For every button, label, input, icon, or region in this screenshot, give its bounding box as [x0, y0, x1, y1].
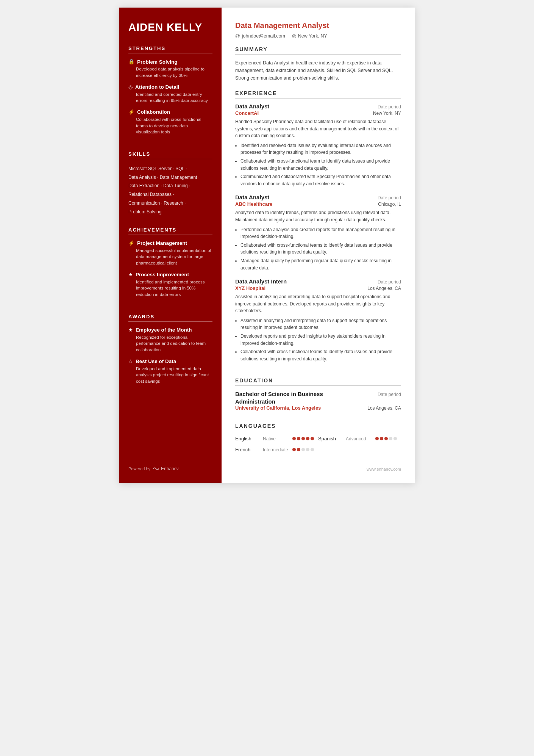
experience-entry: Data Analyst Intern Date period XYZ Hosp…: [235, 278, 401, 362]
strength-header: ⚡ Collaboration: [128, 109, 212, 115]
location-contact: ◎ New York, NY: [292, 33, 327, 39]
achievement-item: ★ Process Improvement Identified and imp…: [128, 272, 212, 298]
exp-desc: Assisted in analyzing and interpreting d…: [235, 293, 401, 315]
candidate-name: AIDEN KELLY: [128, 21, 212, 33]
language-item: Spanish Advanced: [318, 436, 401, 441]
languages-section: LANGUAGES English Native Spanis: [235, 423, 401, 455]
achievements-section: ACHIEVEMENTS ⚡ Project Management Manage…: [128, 227, 212, 303]
award-item: ★ Employee of the Month Recognized for e…: [128, 327, 212, 353]
dot: [301, 448, 305, 451]
dot: [380, 437, 383, 440]
language-name: French: [235, 447, 260, 452]
exp-company: XYZ Hospital: [235, 285, 265, 291]
language-dots: [375, 437, 397, 440]
dot: [389, 437, 392, 440]
skill-item: Data Analysis · Data Management ·: [128, 173, 212, 182]
education-entry: Bachelor of Science in Business Administ…: [235, 390, 401, 411]
strength-item: 🔒 Problem Solving Developed data analysi…: [128, 59, 212, 78]
experience-title: EXPERIENCE: [235, 90, 401, 99]
skills-section: SKILLS Microsoft SQL Server · SQL · Data…: [128, 151, 212, 216]
award-desc: Recognized for exceptional performance a…: [128, 334, 212, 353]
lock-icon: 🔒: [128, 59, 134, 65]
exp-company-row: XYZ Hospital Los Angeles, CA: [235, 285, 401, 291]
strength-item: ◎ Attention to Detail Identified and cor…: [128, 84, 212, 104]
footer-url: www.enhancv.com: [367, 467, 401, 471]
bullet-item: Developed reports and provided insights …: [240, 333, 401, 347]
award-header: ☆ Best Use of Data: [128, 358, 212, 365]
strengths-section: STRENGTHS 🔒 Problem Solving Developed da…: [128, 45, 212, 141]
bullet-item: Collaborated with cross-functional team …: [240, 158, 401, 172]
exp-bullets: Assisted in analyzing and interpreting d…: [235, 317, 401, 363]
bullet-item: Identified and resolved data issues by e…: [240, 142, 401, 156]
exp-company-row: ABC Healthcare Chicago, IL: [235, 201, 401, 207]
achievement-item: ⚡ Project Management Managed successful …: [128, 240, 212, 266]
edu-school-row: University of California, Los Angeles Lo…: [235, 405, 401, 411]
main-footer: www.enhancv.com: [235, 463, 401, 471]
strength-header: 🔒 Problem Solving: [128, 59, 212, 65]
exp-top-row: Data Analyst Date period: [235, 103, 401, 110]
achievement-title: Process Improvement: [136, 272, 189, 277]
language-item: French Intermediate: [235, 447, 318, 452]
strength-header: ◎ Attention to Detail: [128, 84, 212, 90]
strength-title: Collaboration: [137, 109, 170, 115]
exp-job-title: Data Analyst: [235, 194, 269, 200]
languages-title: LANGUAGES: [235, 423, 401, 431]
dot: [311, 437, 314, 440]
language-name: Spanish: [318, 436, 343, 441]
exp-company-row: ConcertAI New York, NY: [235, 110, 401, 116]
dot: [306, 437, 309, 440]
bolt-icon: ⚡: [128, 109, 134, 115]
enhancv-logo: Enhancv: [153, 466, 179, 471]
education-title: EDUCATION: [235, 377, 401, 386]
dot: [311, 448, 314, 451]
exp-company: ConcertAI: [235, 110, 259, 116]
languages-list: English Native Spanish Advanced: [235, 436, 401, 455]
skills-list: Microsoft SQL Server · SQL · Data Analys…: [128, 164, 212, 216]
edu-school: University of California, Los Angeles: [235, 405, 321, 411]
strength-item: ⚡ Collaboration Collaborated with cross-…: [128, 109, 212, 135]
skill-item: Microsoft SQL Server · SQL ·: [128, 164, 212, 173]
star-icon: ★: [128, 272, 133, 278]
sidebar-footer: Powered by Enhancv: [128, 459, 212, 471]
bullet-item: Assisted in analyzing and interpreting d…: [240, 317, 401, 331]
award-header: ★ Employee of the Month: [128, 327, 212, 333]
strengths-title: STRENGTHS: [128, 45, 212, 53]
edu-location: Los Angeles, CA: [367, 405, 401, 411]
experience-entry: Data Analyst Date period ConcertAI New Y…: [235, 103, 401, 187]
filled-star-icon: ★: [128, 327, 133, 333]
resume: AIDEN KELLY STRENGTHS 🔒 Problem Solving …: [119, 8, 415, 483]
exp-date: Date period: [378, 195, 401, 200]
dot: [297, 448, 300, 451]
exp-bullets: Identified and resolved data issues by e…: [235, 142, 401, 188]
dot: [297, 437, 300, 440]
email-contact: @ johndoe@email.com: [235, 33, 285, 39]
skill-item: Relational Databases ·: [128, 190, 212, 199]
exp-location: Los Angeles, CA: [367, 286, 401, 291]
language-level: Native: [263, 436, 289, 441]
bullet-item: Communicated and collaborated with Speci…: [240, 173, 401, 187]
language-name: English: [235, 436, 260, 441]
bullet-item: Collaborated with cross-functional teams…: [240, 242, 401, 256]
language-level: Intermediate: [263, 447, 289, 452]
exp-location: Chicago, IL: [378, 202, 401, 207]
experience-section: EXPERIENCE Data Analyst Date period Conc…: [235, 90, 401, 369]
email-icon: @: [235, 33, 240, 39]
edu-top-row: Bachelor of Science in Business Administ…: [235, 390, 401, 405]
skill-item: Communication · Research ·: [128, 199, 212, 208]
bolt-icon: ⚡: [128, 240, 134, 246]
exp-top-row: Data Analyst Intern Date period: [235, 278, 401, 285]
powered-by-label: Powered by: [128, 466, 150, 471]
summary-title: SUMMARY: [235, 46, 401, 55]
summary-section: SUMMARY Experienced Data Analyst in heal…: [235, 46, 401, 82]
contact-line: @ johndoe@email.com ◎ New York, NY: [235, 33, 401, 39]
language-item: English Native: [235, 436, 318, 441]
skill-item: Data Extraction · Data Tuning ·: [128, 182, 212, 190]
awards-section: AWARDS ★ Employee of the Month Recognize…: [128, 314, 212, 390]
achievement-desc: Identified and implemented process impro…: [128, 279, 212, 298]
exp-job-title: Data Analyst Intern: [235, 278, 287, 285]
language-dots: [292, 448, 314, 451]
strength-title: Attention to Detail: [135, 84, 179, 90]
job-title: Data Management Analyst: [235, 21, 401, 30]
strength-desc: Developed data analysis pipeline to incr…: [128, 66, 212, 78]
achievements-title: ACHIEVEMENTS: [128, 227, 212, 235]
